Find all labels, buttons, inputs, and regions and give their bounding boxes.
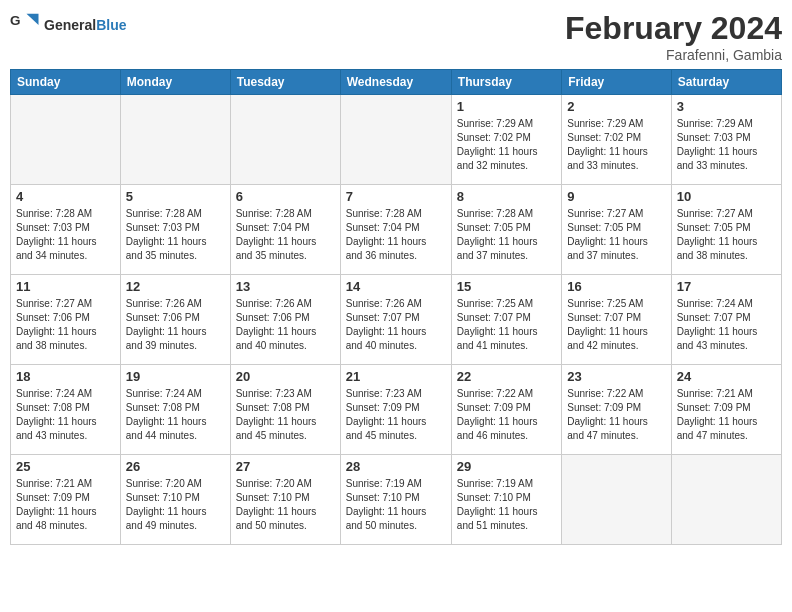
day-info: Sunrise: 7:28 AM Sunset: 7:04 PM Dayligh… xyxy=(346,207,446,263)
day-info: Sunrise: 7:28 AM Sunset: 7:05 PM Dayligh… xyxy=(457,207,556,263)
calendar-header-row: Sunday Monday Tuesday Wednesday Thursday… xyxy=(11,70,782,95)
day-cell-w1-d4 xyxy=(340,95,451,185)
day-cell-w2-d7: 10Sunrise: 7:27 AM Sunset: 7:05 PM Dayli… xyxy=(671,185,781,275)
day-info: Sunrise: 7:29 AM Sunset: 7:02 PM Dayligh… xyxy=(567,117,665,173)
day-info: Sunrise: 7:23 AM Sunset: 7:08 PM Dayligh… xyxy=(236,387,335,443)
day-cell-w2-d1: 4Sunrise: 7:28 AM Sunset: 7:03 PM Daylig… xyxy=(11,185,121,275)
day-cell-w1-d2 xyxy=(120,95,230,185)
day-cell-w3-d4: 14Sunrise: 7:26 AM Sunset: 7:07 PM Dayli… xyxy=(340,275,451,365)
day-cell-w1-d7: 3Sunrise: 7:29 AM Sunset: 7:03 PM Daylig… xyxy=(671,95,781,185)
week-row-3: 11Sunrise: 7:27 AM Sunset: 7:06 PM Dayli… xyxy=(11,275,782,365)
day-cell-w3-d3: 13Sunrise: 7:26 AM Sunset: 7:06 PM Dayli… xyxy=(230,275,340,365)
day-info: Sunrise: 7:27 AM Sunset: 7:06 PM Dayligh… xyxy=(16,297,115,353)
day-cell-w5-d4: 28Sunrise: 7:19 AM Sunset: 7:10 PM Dayli… xyxy=(340,455,451,545)
day-number: 15 xyxy=(457,279,556,294)
day-cell-w5-d3: 27Sunrise: 7:20 AM Sunset: 7:10 PM Dayli… xyxy=(230,455,340,545)
day-number: 25 xyxy=(16,459,115,474)
day-number: 21 xyxy=(346,369,446,384)
day-number: 26 xyxy=(126,459,225,474)
day-cell-w1-d6: 2Sunrise: 7:29 AM Sunset: 7:02 PM Daylig… xyxy=(562,95,671,185)
day-number: 20 xyxy=(236,369,335,384)
day-info: Sunrise: 7:26 AM Sunset: 7:06 PM Dayligh… xyxy=(236,297,335,353)
day-number: 19 xyxy=(126,369,225,384)
col-wednesday: Wednesday xyxy=(340,70,451,95)
day-cell-w5-d7 xyxy=(671,455,781,545)
day-number: 8 xyxy=(457,189,556,204)
svg-marker-1 xyxy=(27,14,39,25)
day-cell-w5-d1: 25Sunrise: 7:21 AM Sunset: 7:09 PM Dayli… xyxy=(11,455,121,545)
svg-text:G: G xyxy=(10,13,21,28)
day-number: 14 xyxy=(346,279,446,294)
day-number: 5 xyxy=(126,189,225,204)
col-sunday: Sunday xyxy=(11,70,121,95)
logo-blue: Blue xyxy=(96,17,126,33)
day-info: Sunrise: 7:29 AM Sunset: 7:03 PM Dayligh… xyxy=(677,117,776,173)
day-number: 12 xyxy=(126,279,225,294)
day-cell-w4-d6: 23Sunrise: 7:22 AM Sunset: 7:09 PM Dayli… xyxy=(562,365,671,455)
day-number: 7 xyxy=(346,189,446,204)
day-cell-w1-d1 xyxy=(11,95,121,185)
day-cell-w4-d3: 20Sunrise: 7:23 AM Sunset: 7:08 PM Dayli… xyxy=(230,365,340,455)
day-number: 16 xyxy=(567,279,665,294)
day-cell-w3-d7: 17Sunrise: 7:24 AM Sunset: 7:07 PM Dayli… xyxy=(671,275,781,365)
day-info: Sunrise: 7:27 AM Sunset: 7:05 PM Dayligh… xyxy=(567,207,665,263)
day-cell-w4-d5: 22Sunrise: 7:22 AM Sunset: 7:09 PM Dayli… xyxy=(451,365,561,455)
day-number: 23 xyxy=(567,369,665,384)
day-info: Sunrise: 7:22 AM Sunset: 7:09 PM Dayligh… xyxy=(567,387,665,443)
day-number: 29 xyxy=(457,459,556,474)
day-info: Sunrise: 7:24 AM Sunset: 7:07 PM Dayligh… xyxy=(677,297,776,353)
week-row-5: 25Sunrise: 7:21 AM Sunset: 7:09 PM Dayli… xyxy=(11,455,782,545)
col-tuesday: Tuesday xyxy=(230,70,340,95)
day-number: 27 xyxy=(236,459,335,474)
day-number: 17 xyxy=(677,279,776,294)
day-cell-w4-d2: 19Sunrise: 7:24 AM Sunset: 7:08 PM Dayli… xyxy=(120,365,230,455)
logo: G GeneralBlue xyxy=(10,10,126,40)
day-info: Sunrise: 7:24 AM Sunset: 7:08 PM Dayligh… xyxy=(16,387,115,443)
page-header: G GeneralBlue February 2024 Farafenni, G… xyxy=(10,10,782,63)
day-number: 22 xyxy=(457,369,556,384)
day-number: 28 xyxy=(346,459,446,474)
day-info: Sunrise: 7:24 AM Sunset: 7:08 PM Dayligh… xyxy=(126,387,225,443)
day-info: Sunrise: 7:21 AM Sunset: 7:09 PM Dayligh… xyxy=(16,477,115,533)
day-info: Sunrise: 7:23 AM Sunset: 7:09 PM Dayligh… xyxy=(346,387,446,443)
day-number: 24 xyxy=(677,369,776,384)
calendar-table: Sunday Monday Tuesday Wednesday Thursday… xyxy=(10,69,782,545)
location-subtitle: Farafenni, Gambia xyxy=(565,47,782,63)
logo-icon: G xyxy=(10,10,40,40)
title-area: February 2024 Farafenni, Gambia xyxy=(565,10,782,63)
col-friday: Friday xyxy=(562,70,671,95)
day-cell-w5-d2: 26Sunrise: 7:20 AM Sunset: 7:10 PM Dayli… xyxy=(120,455,230,545)
day-info: Sunrise: 7:19 AM Sunset: 7:10 PM Dayligh… xyxy=(346,477,446,533)
day-info: Sunrise: 7:28 AM Sunset: 7:03 PM Dayligh… xyxy=(16,207,115,263)
day-number: 1 xyxy=(457,99,556,114)
day-info: Sunrise: 7:28 AM Sunset: 7:03 PM Dayligh… xyxy=(126,207,225,263)
day-cell-w2-d2: 5Sunrise: 7:28 AM Sunset: 7:03 PM Daylig… xyxy=(120,185,230,275)
day-cell-w1-d3 xyxy=(230,95,340,185)
day-cell-w2-d5: 8Sunrise: 7:28 AM Sunset: 7:05 PM Daylig… xyxy=(451,185,561,275)
week-row-4: 18Sunrise: 7:24 AM Sunset: 7:08 PM Dayli… xyxy=(11,365,782,455)
week-row-1: 1Sunrise: 7:29 AM Sunset: 7:02 PM Daylig… xyxy=(11,95,782,185)
logo-general: General xyxy=(44,17,96,33)
day-number: 4 xyxy=(16,189,115,204)
day-info: Sunrise: 7:26 AM Sunset: 7:06 PM Dayligh… xyxy=(126,297,225,353)
day-info: Sunrise: 7:27 AM Sunset: 7:05 PM Dayligh… xyxy=(677,207,776,263)
day-cell-w5-d5: 29Sunrise: 7:19 AM Sunset: 7:10 PM Dayli… xyxy=(451,455,561,545)
week-row-2: 4Sunrise: 7:28 AM Sunset: 7:03 PM Daylig… xyxy=(11,185,782,275)
day-cell-w5-d6 xyxy=(562,455,671,545)
day-info: Sunrise: 7:20 AM Sunset: 7:10 PM Dayligh… xyxy=(126,477,225,533)
day-cell-w2-d6: 9Sunrise: 7:27 AM Sunset: 7:05 PM Daylig… xyxy=(562,185,671,275)
day-cell-w4-d1: 18Sunrise: 7:24 AM Sunset: 7:08 PM Dayli… xyxy=(11,365,121,455)
day-info: Sunrise: 7:28 AM Sunset: 7:04 PM Dayligh… xyxy=(236,207,335,263)
day-info: Sunrise: 7:25 AM Sunset: 7:07 PM Dayligh… xyxy=(457,297,556,353)
day-number: 2 xyxy=(567,99,665,114)
day-info: Sunrise: 7:26 AM Sunset: 7:07 PM Dayligh… xyxy=(346,297,446,353)
day-info: Sunrise: 7:25 AM Sunset: 7:07 PM Dayligh… xyxy=(567,297,665,353)
day-info: Sunrise: 7:19 AM Sunset: 7:10 PM Dayligh… xyxy=(457,477,556,533)
day-number: 11 xyxy=(16,279,115,294)
col-thursday: Thursday xyxy=(451,70,561,95)
day-cell-w3-d6: 16Sunrise: 7:25 AM Sunset: 7:07 PM Dayli… xyxy=(562,275,671,365)
day-cell-w2-d3: 6Sunrise: 7:28 AM Sunset: 7:04 PM Daylig… xyxy=(230,185,340,275)
day-number: 13 xyxy=(236,279,335,294)
day-number: 3 xyxy=(677,99,776,114)
day-cell-w3-d5: 15Sunrise: 7:25 AM Sunset: 7:07 PM Dayli… xyxy=(451,275,561,365)
